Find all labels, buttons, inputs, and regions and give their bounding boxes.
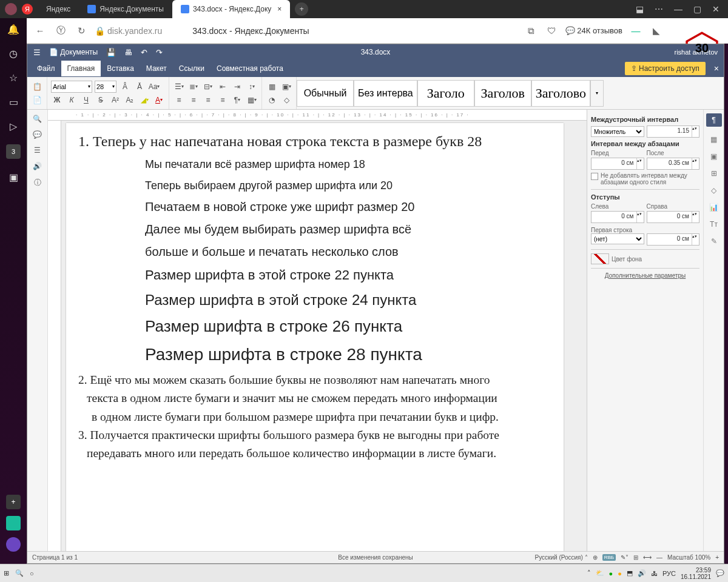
minimize-icon[interactable]: — (674, 4, 682, 14)
image-tab-icon[interactable]: ▣ (710, 152, 717, 161)
shape-tab-icon[interactable]: ◇ (711, 186, 716, 195)
star-icon[interactable]: ☆ (7, 72, 19, 84)
print-icon[interactable]: 🖶 (124, 48, 132, 57)
first-line-input[interactable]: 0 см▴▾ (647, 233, 700, 246)
network-icon[interactable]: 🖧 (651, 570, 658, 577)
tile-3[interactable]: 3 (6, 144, 21, 159)
doc-line[interactable]: 1. Теперь у нас напечатана новая строка … (78, 132, 555, 151)
zoom-in-icon[interactable]: + (715, 554, 719, 561)
play-icon[interactable]: ▷ (7, 120, 19, 132)
advanced-link[interactable]: Дополнительные параметры (591, 272, 699, 279)
align-justify-button[interactable]: ≡ (217, 94, 229, 106)
font-size-select[interactable]: 28▾ (95, 81, 116, 93)
maximize-icon[interactable]: ▢ (693, 4, 701, 14)
close-icon[interactable]: × (277, 5, 281, 13)
tab-2[interactable]: 343.docx - Яндекс.Доку× (172, 0, 290, 18)
back-button[interactable]: ← (33, 24, 47, 38)
speaker-icon[interactable]: 🔊 (33, 162, 42, 170)
yandex-icon[interactable]: Я (22, 4, 33, 15)
download-icon[interactable]: ⬓ (636, 4, 644, 14)
spacing-type-select[interactable]: Множитель (591, 126, 644, 137)
start-button[interactable]: ⊞ (4, 569, 9, 577)
doc-line[interactable]: Теперь выбираем другой размер шрифта или… (145, 178, 555, 193)
align-right-button[interactable]: ≡ (202, 94, 214, 106)
burger-icon[interactable]: ☰ (33, 48, 41, 57)
search-button[interactable]: 🔍 (15, 569, 24, 577)
trackchanges-icon[interactable]: RВБ (602, 554, 616, 561)
notifications-icon[interactable]: 💬 (716, 569, 724, 577)
doc-line[interactable]: 2. Ещё что мы можем сказать большие букв… (78, 372, 555, 388)
menu-file[interactable]: Файл (31, 61, 61, 76)
insert-image-button[interactable]: ▣▾ (280, 81, 292, 93)
copy-button[interactable]: 📋 (31, 81, 43, 93)
align-left-button[interactable]: ≡ (173, 94, 185, 106)
text-tab-icon[interactable]: Tт (710, 220, 718, 229)
doc-line[interactable]: больше и больше и печатать несколько сло… (145, 244, 555, 260)
insert-shape-button[interactable]: ◇ (280, 94, 292, 106)
tray-up-icon[interactable]: ˄ (587, 569, 591, 577)
underline-button[interactable]: Ч (80, 94, 92, 106)
font-color-button[interactable]: A▾ (153, 94, 165, 106)
add-tile-button[interactable]: + (6, 495, 21, 509)
line-spacing-button[interactable]: ↕▾ (246, 81, 258, 93)
font-family-select[interactable]: Arial▾ (51, 81, 92, 93)
headings-icon[interactable]: ☰ (34, 146, 41, 155)
paste-button[interactable]: 📄 (31, 94, 43, 106)
table-tab-icon[interactable]: ▦ (710, 135, 717, 144)
volume-icon[interactable]: 🔊 (638, 569, 646, 577)
review-icon[interactable]: ✎˅ (621, 554, 629, 561)
profile-avatar[interactable] (5, 3, 17, 15)
app-tile-purple[interactable] (6, 537, 21, 552)
superscript-button[interactable]: A² (109, 94, 121, 106)
subscript-button[interactable]: A₂ (124, 94, 136, 106)
after-input[interactable]: 0.35 см▴▾ (647, 158, 700, 170)
reviews-badge[interactable]: 💬 24К отзывов (565, 26, 622, 35)
tray-icon[interactable]: ⬒ (627, 569, 633, 577)
fit-width-icon[interactable]: ⟷ (643, 554, 652, 561)
menu-collab[interactable]: Совместная работа (211, 61, 289, 76)
shading-button[interactable]: ▦▾ (246, 94, 258, 106)
url-display[interactable]: 🔒disk.yandex.ru (95, 26, 162, 36)
vertical-ruler[interactable] (48, 121, 61, 551)
header-tab-icon[interactable]: ⊞ (711, 169, 717, 178)
clock-icon[interactable]: ◷ (7, 47, 19, 59)
share-button[interactable]: ⇪ Настроить доступ (625, 62, 706, 75)
style-normal[interactable]: Обычный (297, 80, 354, 107)
style-heading3[interactable]: Заголово (531, 80, 590, 107)
copy-icon[interactable]: ⧉ (524, 24, 539, 38)
tab-1[interactable]: Яндекс.Документы (79, 0, 172, 18)
app-close-icon[interactable]: × (709, 64, 724, 73)
insert-chart-button[interactable]: ◔ (266, 94, 278, 106)
tab-0[interactable]: Яндекс (38, 0, 79, 18)
keyboard-lang[interactable]: РУС (662, 570, 676, 577)
strike-button[interactable]: S̶ (95, 94, 107, 106)
document-page[interactable]: 1. Теперь у нас напечатана новая строка … (66, 123, 564, 551)
doc-line[interactable]: Мы печатали всё размер шрифта номер 18 (145, 157, 555, 172)
redo-icon[interactable]: ↷ (156, 48, 163, 57)
style-nospacing[interactable]: Без интерва (354, 80, 417, 107)
align-center-button[interactable]: ≡ (187, 94, 200, 106)
bell-icon[interactable]: 🔔 (7, 23, 19, 35)
doc-line[interactable]: Размер шрифта в этой строке 24 пункта (145, 290, 555, 310)
reload-button[interactable]: ↻ (74, 24, 89, 38)
doc-line[interactable]: Размер шрифта в строке 28 пункта (145, 343, 555, 366)
app-tile-teal[interactable] (6, 516, 21, 530)
weather-icon[interactable]: ⛅ (596, 569, 604, 577)
chart-tab-icon[interactable]: 📊 (709, 203, 718, 212)
first-line-select[interactable]: (нет) (591, 233, 644, 244)
no-space-checkbox[interactable] (591, 173, 598, 180)
numbering-button[interactable]: ≣▾ (187, 81, 200, 93)
clock[interactable]: 23:5916.11.2021 (681, 567, 711, 580)
change-case-icon[interactable]: Aa▾ (148, 81, 160, 93)
spacing-value-input[interactable]: 1.15▴▾ (647, 125, 700, 138)
insert-table-button[interactable]: ▦ (266, 81, 278, 93)
highlight-button[interactable]: ◢▾ (138, 94, 150, 106)
comments-icon[interactable]: 💬 (33, 130, 42, 139)
doc-language[interactable]: Русский (Россия) ˄ (535, 554, 588, 561)
style-dropdown[interactable]: ▾ (590, 80, 604, 107)
before-input[interactable]: 0 см▴▾ (591, 158, 644, 170)
zoom-out-icon[interactable]: — (656, 554, 662, 561)
multilevel-button[interactable]: ⊟▾ (202, 81, 214, 93)
doc-line[interactable]: Печатаем в новой строке уже шрифт размер… (145, 199, 555, 215)
doc-line[interactable]: Размер шрифта в этой строке 22 пункта (145, 266, 555, 284)
